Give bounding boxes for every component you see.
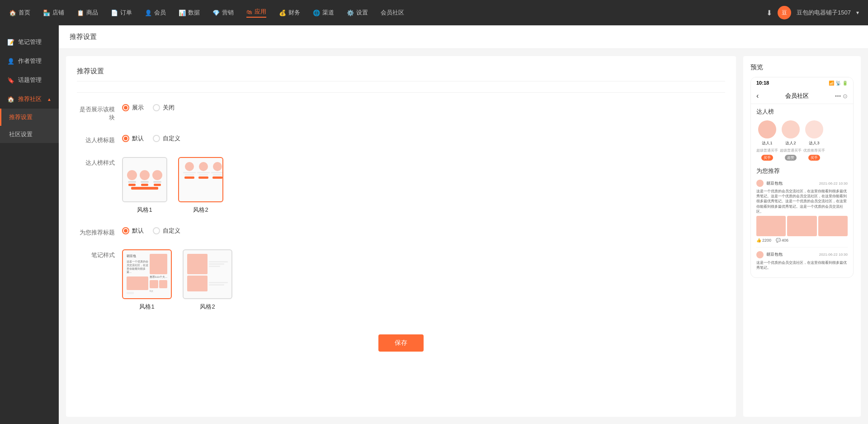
rec-like-1: 👍 2200 xyxy=(756,238,771,243)
nav-settings[interactable]: ⚙️ 设置 xyxy=(347,9,368,17)
style2-line6 xyxy=(213,174,222,176)
talent-style-row: 达人榜样式 xyxy=(77,157,725,214)
talent-custom-radio[interactable]: 自定义 xyxy=(153,134,180,143)
talent-tag-2: 超赞 xyxy=(785,155,797,161)
note2-text2 xyxy=(209,276,228,291)
back-icon: ‹ xyxy=(756,92,759,100)
mini-avatar1 xyxy=(127,170,137,180)
sidebar-item-authors[interactable]: 👤 作者管理 xyxy=(0,52,59,71)
mini-tag3 xyxy=(154,184,161,186)
rec-item-1: 胡豆包包 2021-06-22 10:30 这是一个优质的会员交流社区，在这里你… xyxy=(756,180,848,243)
note1-img-sm2 xyxy=(159,280,168,288)
save-button[interactable]: 保存 xyxy=(378,334,424,352)
wifi-icon: 📡 xyxy=(835,81,841,86)
nav-channel[interactable]: 🌐 渠道 xyxy=(313,9,334,17)
style2-tag2 xyxy=(198,176,208,179)
nav-order[interactable]: 📄 订单 xyxy=(111,9,132,17)
recommend-title-row: 为您推荐标题 默认 自定义 xyxy=(77,227,725,237)
style2-line4 xyxy=(199,174,208,176)
nav-items: 🏠 首页 🏪 店铺 📋 商品 📄 订单 👤 会员 📊 数据 💎 营销 🛍 xyxy=(9,8,404,18)
style1-col1 xyxy=(127,170,137,186)
mini-tag-wide xyxy=(131,187,158,190)
nav-marketing[interactable]: 💎 营销 xyxy=(212,9,234,17)
rec-date-2: 2021-06-22 10:30 xyxy=(819,252,848,257)
user-avatar[interactable]: 豆 xyxy=(778,6,791,19)
comment-icon: 💬 xyxy=(776,238,781,243)
note1-left: 胡豆包 这是一个优质的会员交流社区，在这里你能看到很多篇... xyxy=(127,254,148,295)
recommend-title-label: 为您推荐标题 xyxy=(77,227,122,237)
talent-tag-1: 买手 xyxy=(761,155,773,161)
rec-default-radio[interactable]: 默认 xyxy=(122,227,144,235)
order-icon: 📄 xyxy=(111,10,118,16)
main-content: 推荐设置 推荐设置 是否展示该模块 展示 xyxy=(59,25,868,424)
note-style1-card[interactable]: 胡豆包 这是一个优质的会员交流社区，在这里你能看到很多篇... xyxy=(122,249,172,311)
divider xyxy=(77,92,725,93)
talent-style2-card[interactable]: 风格2 xyxy=(178,157,223,214)
note1-like xyxy=(127,292,134,294)
download-icon[interactable]: ⬇ xyxy=(766,9,772,17)
rec-comment-1: 💬 406 xyxy=(776,238,788,243)
nav-goods[interactable]: 📋 商品 xyxy=(77,9,98,17)
nav-home[interactable]: 🏠 首页 xyxy=(9,9,30,17)
nav-community[interactable]: 会员社区 xyxy=(381,9,404,17)
form-title: 推荐设置 xyxy=(77,67,725,81)
rec-header-2: 胡豆包包 2021-06-22 10:30 xyxy=(756,251,848,258)
rec-default-circle xyxy=(122,227,129,234)
talent-tag-3: 买手 xyxy=(808,155,820,161)
note-style1-label: 风格1 xyxy=(139,303,154,311)
page-title: 推荐设置 xyxy=(70,33,97,40)
style2-avatar2 xyxy=(199,162,208,171)
rec-custom-radio[interactable]: 自定义 xyxy=(153,227,180,235)
nav-store[interactable]: 🏪 店铺 xyxy=(43,9,64,17)
note2-img2 xyxy=(187,276,208,291)
form-panel: 推荐设置 是否展示该模块 展示 关闭 xyxy=(66,56,736,417)
note2-line2 xyxy=(209,263,224,265)
talent-style1-label: 风格1 xyxy=(137,206,152,214)
note2-preview xyxy=(185,252,230,297)
sidebar-sub-recommend-settings[interactable]: 推荐设置 xyxy=(0,109,59,126)
talent-style-label: 达人榜样式 xyxy=(77,157,122,167)
rec-username-2: 胡豆包包 xyxy=(766,252,783,257)
user-dropdown-icon[interactable]: ▾ xyxy=(856,10,859,16)
talent-default-radio[interactable]: 默认 xyxy=(122,134,144,143)
nav-data[interactable]: 📊 数据 xyxy=(179,9,200,17)
nav-finance[interactable]: 💰 财务 xyxy=(279,9,300,17)
sidebar-item-notes[interactable]: 📝 笔记管理 xyxy=(0,33,59,52)
talent-title-radios: 默认 自定义 xyxy=(122,134,180,143)
store-icon: 🏪 xyxy=(43,10,50,16)
talent-desc-2: 超级普通买手 xyxy=(780,148,802,153)
phone-time: 10:18 xyxy=(756,80,769,86)
talent-section-title: 达人榜 xyxy=(751,104,853,118)
show-radio[interactable]: 展示 xyxy=(122,104,144,112)
note-style-label: 笔记样式 xyxy=(77,249,122,259)
marketing-icon: 💎 xyxy=(212,10,220,16)
talent-style1-card[interactable]: 风格1 xyxy=(122,157,167,214)
mini-name1 xyxy=(128,181,136,183)
note2-text1 xyxy=(209,254,228,274)
style1-col2 xyxy=(140,170,150,186)
note2-row1 xyxy=(187,254,228,274)
channel-icon: 🌐 xyxy=(313,10,320,16)
style2-col1 xyxy=(183,162,196,197)
nav-app[interactable]: 🛍 应用 xyxy=(246,8,266,18)
note-style2-inner xyxy=(183,249,232,299)
talent-style2-label: 风格2 xyxy=(193,206,208,214)
rec-content-1: 这是一个优质的会员交流社区，在这里你能看到很多篇优秀笔记。这是一个优质的会员交流… xyxy=(756,189,848,214)
note1-footer xyxy=(127,292,148,294)
nav-member[interactable]: 👤 会员 xyxy=(145,9,166,17)
rec-custom-circle xyxy=(153,227,160,234)
talent-style-grid: 风格1 xyxy=(122,157,223,214)
style2-line3 xyxy=(197,172,210,173)
sidebar-item-recommend[interactable]: 🏠 推荐社区 ▲ xyxy=(0,90,59,109)
talent-avatar-1 xyxy=(758,120,776,138)
sidebar-item-topics[interactable]: 🔖 话题管理 xyxy=(0,71,59,90)
note2-row2 xyxy=(187,276,228,291)
style1-col3 xyxy=(152,170,162,186)
hide-radio[interactable]: 关闭 xyxy=(153,104,175,112)
note1-title: 胡豆包 xyxy=(127,254,148,258)
sidebar-sub-community-settings[interactable]: 社区设置 xyxy=(0,126,59,143)
mini-tags xyxy=(131,187,158,190)
mini-name2 xyxy=(141,181,149,183)
talent-title-row: 达人榜标题 默认 自定义 xyxy=(77,134,725,144)
note-style2-card[interactable]: 风格2 xyxy=(183,249,232,311)
